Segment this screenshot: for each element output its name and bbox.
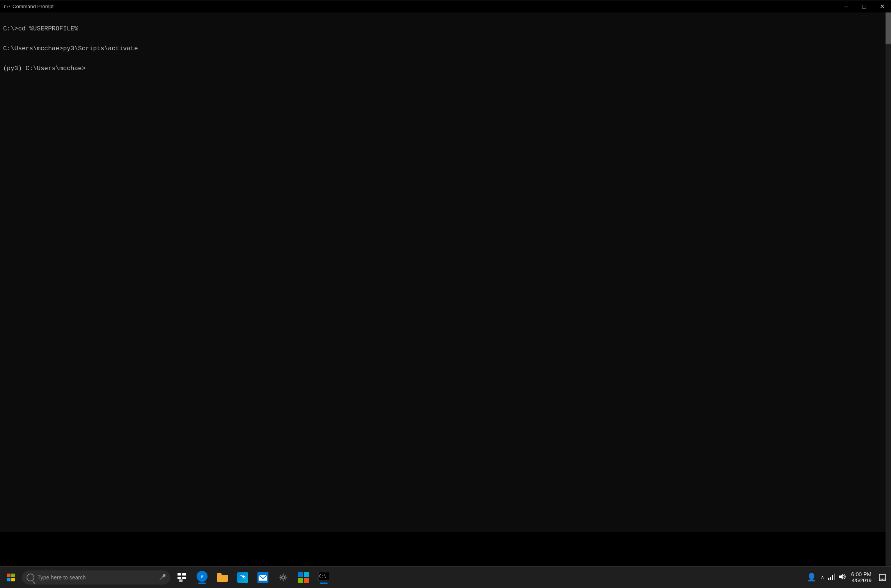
app-active-indicator bbox=[320, 583, 328, 584]
taskbar-apps: e 🛍 bbox=[172, 567, 804, 588]
window-title: Command Prompt bbox=[12, 4, 53, 9]
taskbar-app-mail[interactable] bbox=[253, 567, 273, 588]
taskbar-app-internet-explorer[interactable]: e bbox=[192, 567, 212, 588]
taskbar-app-command-prompt[interactable]: C:\ bbox=[314, 567, 334, 588]
taskbar-app-store[interactable]: 🛍 bbox=[233, 567, 253, 588]
terminal-text: C:\>cd %USERPROFILE% C:\Users\mcchae>py3… bbox=[3, 14, 882, 74]
clock-time: 6:00 PM bbox=[851, 571, 871, 577]
title-bar-left: C:\ Command Prompt bbox=[0, 3, 53, 10]
scrollbar[interactable] bbox=[886, 12, 891, 566]
taskbar-app-settings[interactable] bbox=[273, 567, 293, 588]
svg-rect-18 bbox=[832, 575, 833, 580]
system-tray: 👤 ∧ 6:00 PM 4/5/2019 bbox=[804, 567, 891, 588]
settings-icon bbox=[278, 572, 289, 583]
svg-rect-22 bbox=[879, 579, 882, 581]
svg-rect-12 bbox=[298, 578, 303, 583]
show-hidden-icons[interactable]: ∧ bbox=[820, 574, 825, 580]
internet-explorer-icon: e bbox=[197, 571, 208, 582]
command-prompt-icon: C:\ bbox=[318, 571, 329, 582]
svg-rect-21 bbox=[879, 574, 886, 579]
system-clock[interactable]: 6:00 PM 4/5/2019 bbox=[848, 571, 875, 583]
volume-icon[interactable] bbox=[837, 574, 847, 581]
svg-text:C:\: C:\ bbox=[319, 574, 326, 578]
microphone-icon: 🎤 bbox=[159, 574, 165, 581]
terminal-window: C:\>cd %USERPROFILE% C:\Users\mcchae>py3… bbox=[0, 12, 891, 566]
svg-rect-4 bbox=[177, 577, 181, 579]
cmd-title-icon: C:\ bbox=[3, 3, 10, 10]
taskbar-app-task-view[interactable] bbox=[172, 567, 192, 588]
terminal-output[interactable]: C:\>cd %USERPROFILE% C:\Users\mcchae>py3… bbox=[0, 12, 886, 532]
svg-rect-19 bbox=[834, 574, 835, 580]
taskbar-app-photos[interactable] bbox=[293, 567, 314, 588]
people-tray-icon[interactable]: 👤 bbox=[804, 572, 819, 582]
network-icon[interactable] bbox=[826, 574, 836, 581]
svg-point-9 bbox=[282, 576, 285, 579]
search-box[interactable]: Type here to search 🎤 bbox=[22, 570, 170, 584]
clock-date: 4/5/2019 bbox=[852, 577, 871, 583]
scrollbar-thumb[interactable] bbox=[886, 12, 891, 44]
search-icon bbox=[27, 574, 34, 581]
start-button[interactable] bbox=[0, 567, 22, 588]
svg-rect-3 bbox=[182, 573, 186, 576]
svg-rect-16 bbox=[828, 578, 829, 580]
title-bar-controls: – □ ✕ bbox=[837, 0, 891, 13]
search-input[interactable]: Type here to search bbox=[37, 574, 156, 581]
minimize-button[interactable]: – bbox=[837, 0, 855, 13]
task-view-icon bbox=[176, 572, 187, 583]
close-button[interactable]: ✕ bbox=[873, 0, 891, 13]
notification-center-button[interactable] bbox=[875, 567, 889, 588]
store-icon: 🛍 bbox=[237, 572, 248, 583]
svg-text:C:\: C:\ bbox=[4, 5, 10, 9]
windows-logo-icon bbox=[7, 574, 15, 581]
svg-rect-6 bbox=[179, 579, 183, 582]
svg-rect-2 bbox=[177, 573, 181, 576]
svg-rect-13 bbox=[304, 578, 309, 583]
mail-icon bbox=[257, 572, 268, 583]
taskbar: Type here to search 🎤 e bbox=[0, 566, 891, 588]
svg-rect-17 bbox=[830, 577, 831, 580]
taskbar-app-file-explorer[interactable] bbox=[212, 567, 233, 588]
svg-rect-10 bbox=[298, 572, 303, 577]
svg-rect-23 bbox=[883, 579, 886, 581]
photos-icon bbox=[298, 572, 309, 583]
svg-rect-5 bbox=[182, 577, 186, 579]
maximize-button[interactable]: □ bbox=[855, 0, 873, 13]
file-explorer-icon bbox=[217, 572, 228, 583]
svg-rect-11 bbox=[304, 572, 309, 577]
title-bar: C:\ Command Prompt – □ ✕ bbox=[0, 0, 891, 12]
svg-marker-20 bbox=[839, 574, 843, 579]
app-active-indicator bbox=[198, 583, 206, 584]
